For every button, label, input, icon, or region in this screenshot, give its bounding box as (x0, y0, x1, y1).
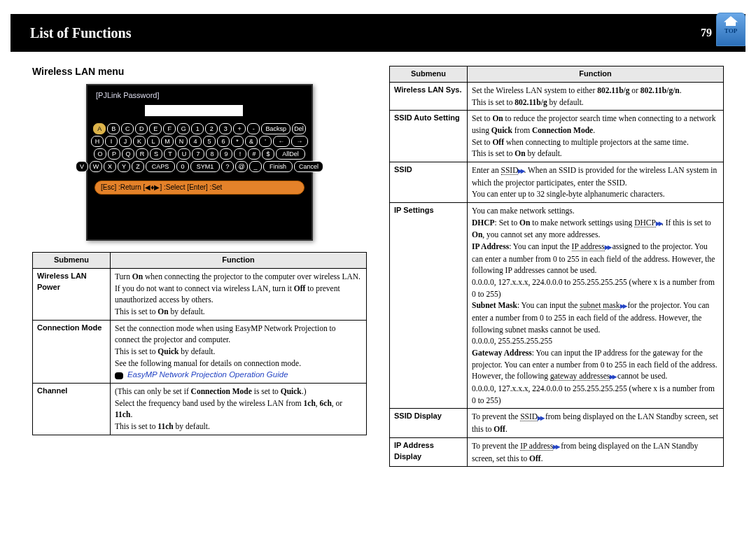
function-cell: To prevent the SSID▸▸ from being display… (468, 409, 724, 437)
col-function: Function (111, 253, 367, 269)
osd-key: Cancel (294, 161, 323, 172)
submenu-cell: IP Settings (390, 203, 468, 409)
function-cell: (This can only be set if Connection Mode… (111, 383, 367, 435)
submenu-cell: Channel (33, 383, 111, 435)
osd-key: G (177, 123, 190, 134)
function-cell: To prevent the IP address▸▸ from being d… (468, 437, 724, 466)
osd-key: ! (234, 148, 246, 160)
osd-key: 6 (217, 136, 230, 147)
osd-key: V (76, 161, 88, 172)
osd-key: 3 (219, 123, 232, 134)
function-cell: Set the Wireless LAN system to either 80… (468, 82, 724, 110)
osd-key: 7 (192, 148, 204, 160)
osd-key: L (147, 136, 160, 147)
osd-key: Finish (263, 161, 293, 172)
osd-key: CAPS (146, 161, 175, 172)
right-table: Submenu Function Wireless LAN Sys.Set th… (389, 66, 724, 467)
osd-key: O (94, 148, 106, 160)
osd-screenshot: [PJLink Password] ABCDEFG123+-BackspDelH… (86, 84, 313, 241)
submenu-cell: IP Address Display (390, 437, 468, 466)
osd-key: B (107, 123, 120, 134)
osd-key: * (231, 136, 244, 147)
osd-key: T (164, 148, 176, 160)
table-row: SSIDEnter an SSID▸▸. When an SSID is pro… (390, 162, 724, 202)
osd-key: 0 (176, 161, 189, 172)
osd-key: → (291, 136, 308, 147)
osd-key: # (248, 148, 260, 160)
page-title: List of Functions (10, 25, 131, 41)
submenu-cell: Wireless LAN Power (33, 268, 111, 320)
submenu-cell: Connection Mode (33, 320, 111, 383)
table-row: SSID Auto SettingSet to On to reduce the… (390, 111, 724, 162)
guide-link[interactable]: EasyMP Network Projection Operation Guid… (127, 370, 288, 379)
right-column: Submenu Function Wireless LAN Sys.Set th… (389, 66, 724, 467)
osd-key: C (121, 123, 134, 134)
table-row: Channel(This can only be set if Connecti… (33, 383, 367, 435)
osd-key: W (90, 161, 102, 172)
table-row: SSID DisplayTo prevent the SSID▸▸ from b… (390, 409, 724, 437)
submenu-cell: SSID (390, 162, 468, 202)
osd-key: F (163, 123, 176, 134)
osd-key: + (233, 123, 246, 134)
osd-key: - (247, 123, 260, 134)
osd-key: 5 (203, 136, 216, 147)
table-row: Wireless LAN Sys.Set the Wireless LAN sy… (390, 82, 724, 110)
col-submenu: Submenu (390, 66, 468, 83)
osd-key: AllDel (276, 148, 305, 160)
function-cell: You can make network settings.DHCP: Set … (468, 203, 724, 409)
osd-key: E (149, 123, 162, 134)
osd-key: Y (118, 161, 130, 172)
osd-key: A (93, 123, 106, 134)
osd-key: Del (292, 123, 306, 134)
osd-key: _ (249, 161, 262, 172)
page-number: 79 (701, 27, 712, 39)
table-row: IP SettingsYou can make network settings… (390, 203, 724, 409)
osd-key: Q (122, 148, 134, 160)
osd-key: ? (221, 161, 234, 172)
table-row: Connection ModeSet the connection mode w… (33, 320, 367, 383)
pointer-icon (115, 372, 123, 379)
osd-key: 8 (206, 148, 218, 160)
osd-key: 2 (205, 123, 218, 134)
col-submenu: Submenu (33, 253, 111, 269)
osd-key: 9 (220, 148, 232, 160)
osd-keyboard: ABCDEFG123+-BackspDelHIJKLMN456*&'←→OPQR… (88, 123, 312, 172)
osd-key: M (161, 136, 174, 147)
osd-key: ' (259, 136, 272, 147)
content-area: Wireless LAN menu [PJLink Password] ABCD… (0, 52, 756, 467)
osd-key: N (175, 136, 188, 147)
osd-key: 4 (189, 136, 202, 147)
osd-key: S (150, 148, 162, 160)
function-cell: Turn On when connecting the projector to… (111, 268, 367, 320)
header-bar: List of Functions 79 TOP (10, 14, 746, 52)
section-title: Wireless LAN menu (32, 66, 367, 77)
table-row: IP Address DisplayTo prevent the IP addr… (390, 437, 724, 466)
osd-bottom-bar: [Esc] :Return [◀♦▶] :Select [Enter] :Set (94, 181, 304, 195)
osd-key: & (245, 136, 258, 147)
osd-input-field (145, 105, 243, 116)
osd-key: J (119, 136, 132, 147)
submenu-cell: Wireless LAN Sys. (390, 82, 468, 110)
osd-key: 1 (191, 123, 204, 134)
table-row: Wireless LAN PowerTurn On when connectin… (33, 268, 367, 320)
osd-key: ← (273, 136, 290, 147)
left-column: Wireless LAN menu [PJLink Password] ABCD… (32, 66, 367, 467)
osd-title: [PJLink Password] (88, 85, 312, 102)
osd-key: H (91, 136, 104, 147)
osd-key: $ (262, 148, 274, 160)
top-icon[interactable]: TOP (716, 13, 746, 46)
function-cell: Set the connection mode when using EasyM… (111, 320, 367, 383)
osd-key: U (178, 148, 190, 160)
osd-key: SYM1 (190, 161, 220, 172)
function-cell: Set to On to reduce the projector search… (468, 111, 724, 162)
osd-key: R (136, 148, 148, 160)
col-function: Function (468, 66, 724, 83)
submenu-cell: SSID Auto Setting (390, 111, 468, 162)
left-table: Submenu Function Wireless LAN PowerTurn … (32, 252, 367, 435)
osd-key: Z (132, 161, 144, 172)
osd-key: P (108, 148, 120, 160)
osd-key: I (105, 136, 118, 147)
function-cell: Enter an SSID▸▸. When an SSID is provide… (468, 162, 724, 202)
osd-key: @ (235, 161, 248, 172)
house-icon (724, 16, 738, 26)
